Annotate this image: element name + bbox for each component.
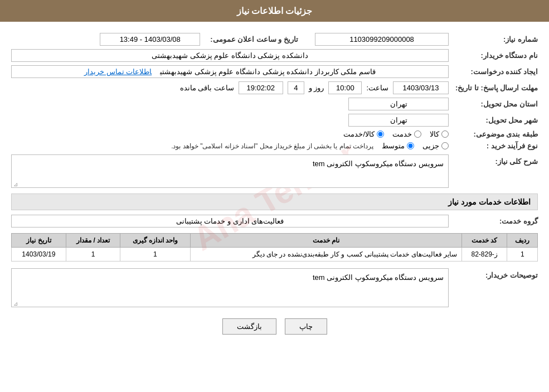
shahr-label: شهر محل تحویل: (449, 116, 538, 124)
ijadKonande-label: ایجاد کننده درخواست: (449, 67, 538, 76)
cell-radif: 1 (507, 248, 538, 262)
col-date: تاریخ نیاز (12, 234, 66, 248)
back-button[interactable]: بازگشت (222, 318, 276, 335)
tosihKharidar-label: توصیحات خریدار: (449, 268, 538, 279)
radio-khedmat[interactable]: خدمت (392, 130, 421, 138)
mohlatErsal-label: مهلت ارسال پاسخ: تا تاریخ: (449, 84, 538, 92)
ijadKonande-value: قاسم ملکی کاربرداز دانشکده پزشکی دانشگاه… (11, 65, 449, 78)
tarikh-label: تاریخ و ساعت اعلان عمومی: (205, 35, 298, 43)
groheKhedmat-label: گروه خدمت: (449, 217, 538, 225)
rooz-value: 4 (288, 81, 304, 94)
table-row: 1 ز-829-82 سایر فعالیت‌های خدمات پشتیبان… (12, 248, 538, 262)
col-code: کد خدمت (461, 234, 507, 248)
saat-value: 10:00 (328, 81, 362, 94)
radio-kala[interactable]: کالا (430, 130, 449, 138)
tabaqebandi-label: طبقه بندی موضوعی: (449, 130, 538, 138)
resize-handle-sharh: ⊿ (12, 181, 18, 187)
services-section-title: اطلاعات خدمات مورد نیاز (11, 193, 538, 210)
radio-motavasset[interactable]: متوسط (382, 142, 414, 150)
namDastgah-value: دانشکده پزشکی دانشگاه علوم پزشکی شهیدبهش… (11, 49, 449, 62)
services-table: ردیف کد خدمت نام خدمت واحد اندازه گیری ت… (11, 233, 538, 262)
ostan-value: تهران (348, 98, 449, 110)
namDastgah-label: نام دستگاه خریدار: (449, 51, 538, 60)
cell-code: ز-829-82 (461, 248, 507, 262)
noeFaraind-desc: پرداخت تمام یا بخشی از مبلغ خریداز محل "… (171, 142, 373, 150)
resize-handle-tosih: ⊿ (12, 301, 18, 306)
noeFaraind-label: نوع فرآیند خرید : (449, 142, 538, 150)
cell-unit: 1 (120, 248, 190, 262)
col-name: نام خدمت (190, 234, 461, 248)
page-title: جزئیات اطلاعات نیاز (0, 0, 549, 22)
footer-buttons: چاپ بازگشت (11, 318, 538, 335)
col-count: تعداد / مقدار (66, 234, 120, 248)
cell-name: سایر فعالیت‌های خدمات پشتیبانی کسب و کار… (190, 248, 461, 262)
shomareNiaz-label: شماره نیاز: (449, 35, 538, 43)
ettelaat-tamas-link[interactable]: اطلاعات تماس خریدار (84, 67, 152, 76)
print-button[interactable]: چاپ (285, 318, 327, 335)
tosihKharidar-value: سرویس دستگاه میکروسکوپ الکترونی tem (11, 268, 449, 307)
shahKoli-label: شرح کلی نیاز: (449, 154, 538, 166)
cell-date: 1403/03/19 (12, 248, 66, 262)
saat-label: ساعت: (366, 84, 388, 92)
date-value: 1403/03/13 (393, 81, 449, 94)
radio-kala-khedmat[interactable]: کالا/خدمت (343, 130, 384, 138)
rooz-label: روز و (309, 84, 324, 92)
countdown-value: 19:02:02 (239, 81, 283, 94)
groheKhedmat-value: فعالیت‌های اداری و خدمات پشتیبانی (11, 215, 449, 228)
cell-count: 1 (66, 248, 120, 262)
shahKoli-value: سرویس دستگاه میکروسکوپ الکترونی tem (11, 154, 449, 188)
col-unit: واحد اندازه گیری (120, 234, 190, 248)
shahr-value: تهران (348, 114, 449, 127)
baghimande-label: ساعت باقی مانده (180, 84, 234, 92)
shomareNiaz-value: 1103099209000008 (315, 33, 449, 46)
col-radif: ردیف (507, 234, 538, 248)
ostan-label: استان محل تحویل: (449, 100, 538, 108)
radio-jozi[interactable]: جزیی (422, 142, 449, 150)
tarikh-value: 1403/03/08 - 13:49 (100, 33, 200, 46)
noeFaraind-radio-group: جزیی متوسط (382, 142, 449, 150)
tabaqebandi-radio-group: کالا خدمت کالا/خدمت (343, 130, 449, 138)
